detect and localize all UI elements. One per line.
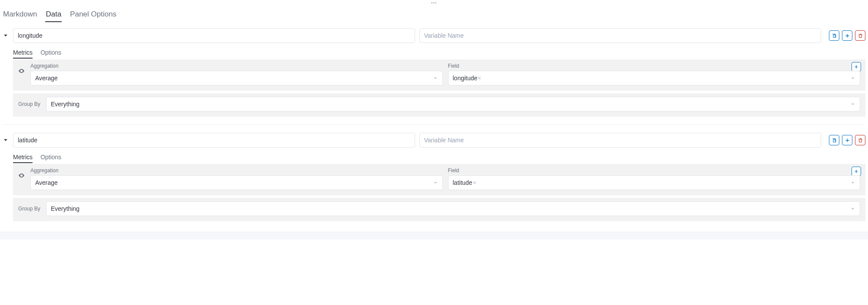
groupby-panel: Group By Everything (13, 93, 865, 117)
aggregation-label: Aggregation (30, 167, 443, 174)
chevron-down-icon (850, 180, 855, 185)
add-button[interactable] (842, 135, 852, 145)
aggregation-value: Average (35, 179, 58, 186)
query-name-input[interactable] (13, 28, 415, 43)
groupby-value: Everything (51, 205, 79, 212)
query-header (3, 133, 865, 148)
delete-button[interactable] (855, 135, 865, 145)
footer-spacer (0, 232, 868, 239)
groupby-label: Group By (18, 206, 41, 212)
query-sub-tabs: Metrics Options (13, 154, 865, 163)
query-block: Metrics Options Aggregation Average (3, 28, 865, 117)
chevron-down-icon (850, 102, 855, 107)
tab-panel-options[interactable]: Panel Options (69, 8, 117, 22)
field-select[interactable]: latitude (448, 175, 861, 190)
metrics-panel: Aggregation Average Field latitude (13, 164, 865, 195)
groupby-panel: Group By Everything (13, 198, 865, 221)
variable-name-input[interactable] (419, 28, 822, 43)
data-tab-body: Metrics Options Aggregation Average (0, 22, 868, 232)
field-value: longitude (453, 75, 478, 82)
sub-tab-options[interactable]: Options (40, 49, 61, 59)
add-metric-button[interactable] (851, 167, 861, 176)
add-metric-button[interactable] (851, 62, 861, 72)
delete-button[interactable] (855, 30, 865, 41)
aggregation-select[interactable]: Average (30, 175, 443, 190)
eye-icon[interactable] (18, 172, 25, 190)
sub-tab-metrics[interactable]: Metrics (13, 154, 33, 163)
query-name-input[interactable] (13, 133, 415, 148)
add-button[interactable] (842, 30, 852, 41)
query-header (3, 28, 865, 43)
collapse-toggle[interactable] (3, 138, 9, 143)
panel-drag-handle[interactable]: ••• (0, 0, 868, 6)
chevron-down-icon (850, 75, 855, 81)
clear-icon[interactable] (472, 180, 477, 185)
groupby-select[interactable]: Everything (46, 97, 860, 112)
chevron-down-icon (433, 180, 438, 185)
collapse-toggle[interactable] (3, 33, 9, 38)
main-tabs: Markdown Data Panel Options (0, 6, 868, 22)
aggregation-label: Aggregation (30, 63, 443, 69)
field-value: latitude (453, 179, 472, 186)
tab-markdown[interactable]: Markdown (3, 8, 37, 22)
query-sub-tabs: Metrics Options (13, 49, 865, 59)
groupby-label: Group By (18, 101, 41, 107)
variable-name-input[interactable] (419, 133, 822, 148)
field-select[interactable]: longitude (448, 71, 861, 85)
chevron-down-icon (433, 75, 438, 81)
groupby-value: Everything (51, 101, 79, 108)
sub-tab-metrics[interactable]: Metrics (13, 49, 33, 59)
duplicate-button[interactable] (829, 135, 839, 145)
duplicate-button[interactable] (829, 30, 839, 41)
query-block: Metrics Options Aggregation Average (3, 125, 865, 221)
chevron-down-icon (850, 206, 855, 211)
sub-tab-options[interactable]: Options (40, 154, 61, 163)
aggregation-value: Average (35, 75, 58, 82)
field-label: Field (448, 167, 861, 174)
tab-data[interactable]: Data (45, 8, 62, 22)
field-label: Field (448, 63, 861, 69)
groupby-select[interactable]: Everything (46, 201, 860, 216)
clear-icon[interactable] (477, 76, 482, 80)
eye-icon[interactable] (18, 68, 25, 85)
aggregation-select[interactable]: Average (30, 71, 443, 85)
metrics-panel: Aggregation Average Field longitude (13, 59, 865, 91)
